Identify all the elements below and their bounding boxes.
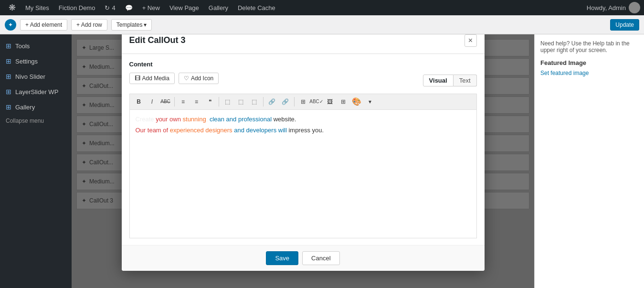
admin-bar-delete-cache[interactable]: Delete Cache bbox=[233, 0, 280, 15]
wp-logo[interactable]: ❋ bbox=[4, 0, 21, 15]
sidebar-item-tools[interactable]: ⊞ Tools bbox=[0, 38, 72, 53]
templates-button[interactable]: Templates ▾ bbox=[111, 19, 152, 31]
modal-header: Edit CallOut 3 × bbox=[122, 34, 485, 54]
spellcheck-button[interactable]: ABC✓ bbox=[310, 96, 323, 107]
modal-close-button[interactable]: × bbox=[465, 34, 477, 47]
tab-text[interactable]: Text bbox=[454, 75, 477, 86]
link-button[interactable]: 🔗 bbox=[266, 96, 278, 107]
update-button[interactable]: Update bbox=[610, 19, 639, 31]
editor-line-1: Create your own stunning, clean and prof… bbox=[136, 116, 471, 123]
modal-title: Edit CallOut 3 bbox=[129, 35, 186, 45]
strikethrough-button[interactable]: ABC bbox=[159, 96, 172, 107]
gallery-icon: ⊞ bbox=[6, 103, 11, 111]
admin-bar-howdy[interactable]: Howdy, Admin bbox=[587, 2, 640, 13]
edit-callout-modal: Edit CallOut 3 × Content 🎞 Add Media ♡ A… bbox=[122, 34, 485, 271]
admin-bar-fiction-demo[interactable]: Fiction Demo bbox=[54, 0, 100, 15]
blockquote-button[interactable]: ❝ bbox=[204, 96, 216, 107]
save-button[interactable]: Save bbox=[266, 251, 298, 265]
layerslider-icon: ⊞ bbox=[6, 88, 11, 96]
add-icon-button[interactable]: ♡ Add Icon bbox=[179, 73, 219, 84]
add-media-icon: 🎞 bbox=[135, 75, 140, 82]
content-label: Content bbox=[129, 61, 477, 68]
main-layout: ⊞ Tools ⊞ Settings ⊞ Nivo Slider ⊞ Layer… bbox=[0, 34, 644, 288]
collapse-menu[interactable]: Collapse menu bbox=[0, 115, 72, 127]
featured-image-label: Featured Image bbox=[540, 59, 638, 66]
bullet-list-button[interactable]: ≡ bbox=[177, 96, 190, 107]
align-left-button[interactable]: ⬚ bbox=[222, 96, 234, 107]
sidebar-item-layerslider[interactable]: ⊞ LayerSlider WP bbox=[0, 84, 72, 99]
page-content: ✦ Large S... ✦ Medium... ✦ CallOut... ✦ … bbox=[72, 34, 534, 288]
sidebar-item-settings[interactable]: ⊞ Settings bbox=[0, 53, 72, 69]
toolbar-sep bbox=[263, 97, 264, 107]
set-featured-image-link[interactable]: Set featured image bbox=[540, 70, 589, 76]
tools-icon: ⊞ bbox=[6, 42, 11, 50]
numbered-list-button[interactable]: ≡ bbox=[190, 96, 203, 107]
toolbar-sep bbox=[174, 97, 175, 107]
sidebar: ⊞ Tools ⊞ Settings ⊞ Nivo Slider ⊞ Layer… bbox=[0, 34, 72, 288]
admin-bar-comments[interactable]: 💬 bbox=[120, 0, 137, 15]
modal-footer: Save Cancel bbox=[122, 245, 485, 271]
italic-button[interactable]: I bbox=[146, 96, 158, 107]
nivo-slider-icon: ⊞ bbox=[6, 73, 11, 80]
image-button[interactable]: 🖼 bbox=[324, 96, 336, 107]
add-element-button[interactable]: + Add element bbox=[20, 19, 67, 31]
admin-bar: ❋ My Sites Fiction Demo ↻ 4 💬 + New View… bbox=[0, 0, 644, 15]
grid-button[interactable]: ⊞ bbox=[337, 96, 349, 107]
toolbar-sep bbox=[219, 97, 219, 107]
avatar bbox=[629, 2, 640, 13]
editor-tabs: Visual Text bbox=[423, 75, 477, 86]
help-text: Need help? Use the Help tab in the upper… bbox=[540, 40, 638, 53]
editor-line-2: Our team of experienced designers and de… bbox=[136, 127, 471, 134]
heart-icon: ♡ bbox=[184, 75, 189, 82]
sidebar-item-nivo-slider[interactable]: ⊞ Nivo Slider bbox=[0, 69, 72, 84]
settings-icon: ⊞ bbox=[6, 57, 11, 65]
cancel-button[interactable]: Cancel bbox=[302, 251, 339, 265]
color-button[interactable]: 🎨 bbox=[350, 96, 363, 107]
right-sidebar: Need help? Use the Help tab in the upper… bbox=[534, 34, 644, 288]
chevron-down-icon: ▾ bbox=[144, 21, 147, 28]
admin-bar-my-sites[interactable]: My Sites bbox=[21, 0, 54, 15]
admin-bar-new[interactable]: + New bbox=[137, 0, 165, 15]
admin-bar-view-page[interactable]: View Page bbox=[165, 0, 204, 15]
align-right-button[interactable]: ⬚ bbox=[248, 96, 261, 107]
sidebar-item-gallery[interactable]: ⊞ Gallery bbox=[0, 99, 72, 115]
add-row-button[interactable]: + Add row bbox=[71, 19, 107, 31]
builder-toolbar: ✦ + Add element + Add row Templates ▾ Up… bbox=[0, 15, 644, 34]
builder-logo: ✦ bbox=[5, 19, 16, 31]
unlink-button[interactable]: 🔗 bbox=[279, 96, 292, 107]
tab-visual[interactable]: Visual bbox=[423, 75, 454, 86]
toolbar-sep bbox=[294, 97, 295, 107]
admin-bar-refresh[interactable]: ↻ 4 bbox=[100, 0, 120, 15]
more-button[interactable]: ▾ bbox=[364, 96, 376, 107]
modal-body: Content 🎞 Add Media ♡ Add Icon Visual bbox=[122, 54, 485, 245]
add-media-button[interactable]: 🎞 Add Media bbox=[129, 73, 175, 84]
align-center-button[interactable]: ⬚ bbox=[235, 96, 247, 107]
editor-content[interactable]: Create your own stunning, clean and prof… bbox=[129, 109, 477, 238]
admin-bar-gallery[interactable]: Gallery bbox=[204, 0, 233, 15]
tinymce-toolbar: B I ABC ≡ ≡ ❝ ⬚ ⬚ ⬚ 🔗 🔗 ⊞ ABC✓ bbox=[129, 94, 477, 109]
bold-button[interactable]: B bbox=[133, 96, 145, 107]
media-toolbar: 🎞 Add Media ♡ Add Icon bbox=[129, 73, 219, 84]
table-button[interactable]: ⊞ bbox=[297, 96, 309, 107]
admin-bar-right: Howdy, Admin bbox=[587, 2, 640, 13]
